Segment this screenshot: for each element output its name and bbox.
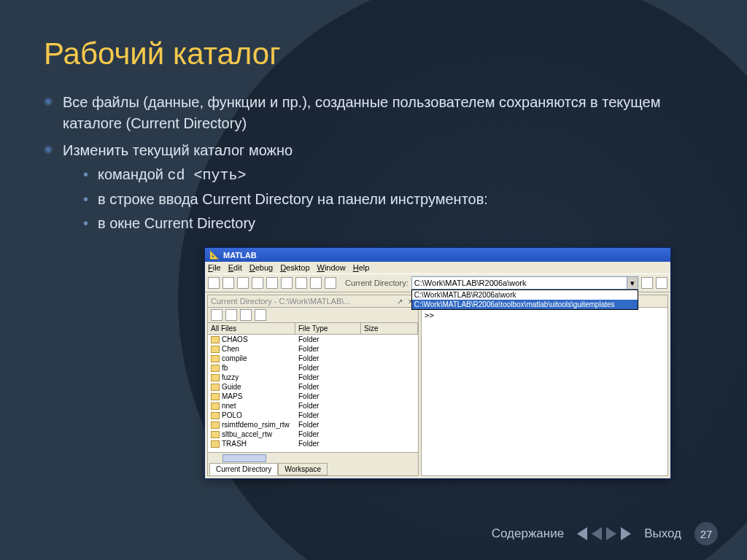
file-type: Folder — [295, 429, 361, 439]
new-icon[interactable] — [208, 277, 220, 289]
folder-icon — [211, 412, 220, 419]
folder-icon — [211, 365, 220, 372]
file-name: TRASH — [222, 440, 247, 448]
copy-icon[interactable] — [252, 277, 263, 289]
file-name: compile — [222, 354, 247, 362]
folder-icon — [211, 421, 220, 429]
folder-icon — [211, 346, 220, 353]
cd-label: Current Directory: — [345, 279, 409, 287]
folder-icon — [211, 431, 220, 438]
dropdown-item-1[interactable]: C:\Work\MATLAB\R2006a\work — [412, 290, 638, 300]
folder-icon — [211, 374, 220, 381]
file-size — [361, 392, 418, 401]
bullet-1: Все файлы (данные, функции и пр.), созда… — [44, 92, 703, 134]
col-type[interactable]: File Type — [295, 323, 361, 334]
redo-icon[interactable] — [295, 277, 307, 289]
menu-file[interactable]: File — [208, 263, 221, 272]
cd-combo[interactable]: C:\Work\MATLAB\R2006a\work ▾ C:\Work\MAT… — [411, 276, 638, 289]
file-name: nnet — [222, 402, 236, 410]
help-icon[interactable] — [325, 277, 336, 289]
bullet-2: Изменить текущий каталог можно командой … — [44, 140, 703, 234]
menu-help[interactable]: Help — [353, 263, 370, 272]
file-row[interactable]: GuideFolder — [208, 382, 418, 392]
dropdown-item-2[interactable]: C:\Work\MATLAB\R2006a\toolbox\matlab\uit… — [412, 300, 638, 309]
folder-icon — [211, 393, 220, 400]
paste-icon[interactable] — [266, 277, 278, 289]
file-type: Folder — [295, 420, 361, 429]
file-row[interactable]: MAPSFolder — [208, 392, 418, 401]
file-row[interactable]: fuzzyFolder — [208, 373, 418, 382]
file-type: Folder — [295, 401, 361, 411]
matlab-titlebar[interactable]: 📐 MATLAB — [205, 248, 670, 262]
file-size — [361, 363, 418, 373]
simulink-icon[interactable] — [310, 277, 322, 289]
h-scrollbar[interactable] — [208, 452, 418, 463]
cd-value: C:\Work\MATLAB\R2006a\work — [414, 279, 527, 287]
file-row[interactable]: compileFolder — [208, 354, 418, 363]
file-row[interactable]: rsimtfdemo_rsim_rtwFolder — [208, 420, 418, 429]
toolbar: Current Directory: C:\Work\MATLAB\R2006a… — [205, 273, 670, 292]
file-type: Folder — [295, 411, 361, 420]
undo-icon[interactable] — [281, 277, 293, 289]
tab-current-directory[interactable]: Current Directory — [209, 463, 278, 475]
matlab-window: 📐 MATLAB File Edit Debug Desktop Window … — [204, 247, 671, 479]
browse-icon[interactable] — [641, 277, 653, 289]
file-size — [361, 344, 418, 354]
menubar: File Edit Debug Desktop Window Help — [205, 262, 670, 273]
file-type: Folder — [295, 439, 361, 448]
folder-icon — [211, 355, 220, 362]
file-type: Folder — [295, 373, 361, 382]
sub-bullet-2: в строке ввода Current Directory на пане… — [63, 189, 703, 210]
file-row[interactable]: sltbu_accel_rtwFolder — [208, 429, 418, 439]
file-type: Folder — [295, 344, 361, 354]
sub-bullet-1: командой cd <путь> — [63, 164, 703, 186]
file-type: Folder — [295, 354, 361, 363]
file-row[interactable]: fbFolder — [208, 363, 418, 373]
up-folder-icon[interactable] — [656, 277, 667, 289]
menu-edit[interactable]: Edit — [228, 263, 242, 272]
bullet-2-text: Изменить текущий каталог можно — [63, 142, 293, 158]
file-name: Guide — [222, 383, 241, 391]
left-panel-title: Current Directory - C:\Work\MATLAB\... — [211, 297, 351, 306]
panel-up-icon[interactable] — [211, 309, 222, 321]
file-row[interactable]: CHAOSFolder — [208, 335, 418, 344]
cut-icon[interactable] — [237, 277, 249, 289]
col-name[interactable]: All Files — [208, 323, 295, 334]
sub1-prefix: командой — [98, 166, 168, 182]
sub1-code: cd <путь> — [168, 167, 247, 184]
slide-title: Рабочий каталог — [44, 36, 703, 71]
file-name: Chen — [222, 345, 239, 353]
open-icon[interactable] — [222, 277, 234, 289]
file-name: fuzzy — [222, 373, 239, 381]
panel-find-icon[interactable] — [240, 309, 252, 321]
menu-window[interactable]: Window — [317, 263, 346, 272]
file-size — [361, 354, 418, 363]
file-row[interactable]: ChenFolder — [208, 344, 418, 354]
file-row[interactable]: nnetFolder — [208, 401, 418, 411]
command-prompt[interactable]: >> — [422, 308, 667, 475]
tab-workspace[interactable]: Workspace — [278, 463, 328, 475]
menu-debug[interactable]: Debug — [249, 263, 273, 272]
command-window-panel: Command >> — [421, 295, 668, 476]
current-directory-panel: Current Directory - C:\Work\MATLAB\... ↗… — [207, 295, 419, 476]
panel-new-icon[interactable] — [225, 309, 237, 321]
file-size — [361, 373, 418, 382]
file-type: Folder — [295, 382, 361, 392]
file-size — [361, 382, 418, 392]
cd-dropdown: C:\Work\MATLAB\R2006a\work C:\Work\MATLA… — [411, 289, 638, 310]
panel-refresh-icon[interactable] — [255, 309, 266, 321]
file-type: Folder — [295, 363, 361, 373]
file-name: fb — [222, 364, 228, 372]
folder-icon — [211, 336, 220, 343]
file-type: Folder — [295, 392, 361, 401]
file-size — [361, 335, 418, 344]
file-row[interactable]: TRASHFolder — [208, 439, 418, 448]
file-name: CHAOS — [222, 335, 248, 343]
menu-desktop[interactable]: Desktop — [280, 263, 309, 272]
chevron-down-icon[interactable]: ▾ — [627, 277, 638, 289]
file-size — [361, 429, 418, 439]
col-size[interactable]: Size — [361, 323, 418, 334]
file-row[interactable]: POLOFolder — [208, 411, 418, 420]
folder-icon — [211, 440, 220, 448]
file-name: sltbu_accel_rtw — [222, 430, 272, 438]
